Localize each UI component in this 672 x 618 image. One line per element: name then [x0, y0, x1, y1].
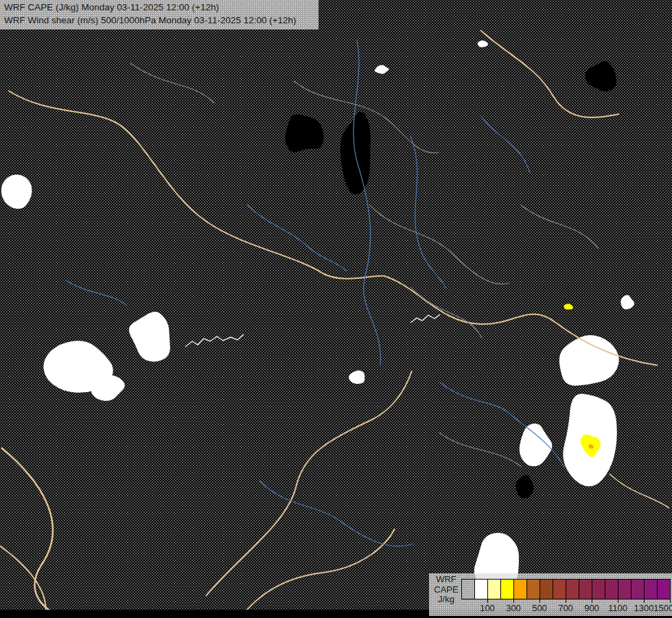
- ridge-line: [410, 314, 440, 323]
- legend-tick-mark: [487, 598, 488, 603]
- legend-title: WRF CAPE J/kg: [432, 575, 461, 605]
- water-body-patch: [515, 475, 534, 499]
- legend-tick-label: 1100: [608, 603, 627, 613]
- wind-barb-map: [0, 0, 672, 618]
- cape-low-patch: [478, 41, 488, 47]
- header-shear-title: WRF Wind shear (m/s) 500/1000hPa Monday …: [4, 14, 314, 27]
- legend-cell: [527, 580, 540, 599]
- cape-low-patch: [559, 335, 619, 386]
- legend-cell: [645, 580, 658, 599]
- border-line: [520, 205, 599, 249]
- cape-low-patch: [129, 312, 170, 362]
- legend-cell: [618, 580, 632, 599]
- ridge-line: [185, 334, 244, 347]
- coast-line: [206, 371, 412, 596]
- border-line: [369, 205, 509, 284]
- header: WRF CAPE (J/kg) Monday 03-11-2025 12:00 …: [0, 0, 318, 30]
- legend-tick-label: 500: [532, 603, 547, 613]
- legend-tick-label: 900: [584, 603, 599, 613]
- coast-line: [240, 529, 395, 618]
- border-line: [439, 433, 522, 467]
- legend-tick-mark: [540, 598, 540, 603]
- water-body-patch: [585, 61, 616, 91]
- legend-tick-label: 700: [558, 603, 573, 613]
- legend-cell: [553, 580, 566, 599]
- legend-tick-mark: [566, 598, 566, 603]
- river-line: [65, 280, 127, 306]
- river-line: [354, 40, 380, 365]
- legend-cell: [540, 580, 553, 599]
- legend-title-line1: WRF: [432, 575, 461, 585]
- legend-colorbar: [461, 579, 671, 599]
- legend-cell: [566, 580, 579, 599]
- cape-low-patch: [349, 371, 364, 384]
- coast-line: [610, 474, 669, 508]
- coast-line: [0, 546, 46, 617]
- legend-tick-mark: [670, 598, 671, 603]
- legend-tick-mark: [592, 598, 592, 603]
- border-line: [410, 287, 482, 338]
- legend-cell: [501, 580, 514, 599]
- legend-cell: [462, 580, 475, 599]
- water-body-patch: [285, 114, 323, 152]
- legend-tick-label: 1500: [653, 603, 672, 613]
- coast-line: [8, 91, 384, 279]
- legend-cell: [605, 580, 618, 599]
- legend-tick-mark: [513, 598, 514, 603]
- cape-legend: WRF CAPE J/kg 10030050070090011001300150…: [429, 573, 672, 616]
- header-cape-title: WRF CAPE (J/kg) Monday 03-11-2025 12:00 …: [4, 1, 314, 14]
- legend-cell: [579, 580, 592, 599]
- cape-mid-patch: [564, 304, 572, 310]
- legend-tick-label: 300: [506, 603, 521, 613]
- legend-cell: [592, 580, 605, 599]
- legend-tick-label: 1300: [634, 603, 654, 613]
- legend-tick-mark: [644, 598, 645, 603]
- legend-cell: [514, 580, 527, 599]
- coast-line: [1, 448, 60, 617]
- legend-title-line2: CAPE: [432, 585, 461, 595]
- legend-cell: [475, 580, 488, 599]
- legend-tick-label: 100: [480, 603, 495, 613]
- wrf-map-stage: WRF CAPE (J/kg) Monday 03-11-2025 12:00 …: [0, 0, 672, 618]
- river-line: [480, 115, 530, 173]
- legend-cell: [658, 580, 670, 599]
- cape-low-patch: [621, 295, 634, 309]
- border-line: [130, 63, 214, 103]
- legend-tick-mark: [618, 598, 618, 603]
- cape-low-patch: [375, 65, 389, 74]
- legend-cell: [632, 580, 645, 599]
- legend-cell: [488, 580, 501, 599]
- legend-ticks: 100300500700900110013001500: [461, 598, 671, 615]
- legend-title-line3: J/kg: [432, 595, 461, 605]
- river-line: [410, 136, 446, 288]
- cape-low-patch: [1, 174, 32, 209]
